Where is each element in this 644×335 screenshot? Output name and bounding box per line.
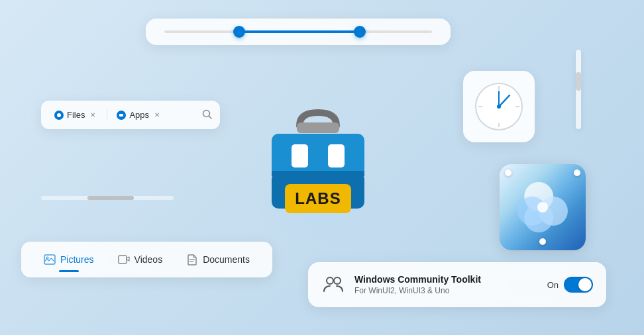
nav-tab-documents[interactable]: Documents: [174, 248, 262, 271]
svg-rect-8: [272, 134, 364, 177]
tabs-widget: Files ✕ Apps ✕: [41, 101, 220, 129]
videos-icon: [118, 254, 130, 265]
nav-tab-pictures-label: Pictures: [60, 254, 94, 265]
tab-apps-label: Apps: [129, 110, 149, 120]
corner-dot-b: [539, 238, 546, 245]
toolkit-title: Windows Community Toolkit: [354, 274, 538, 285]
slider-widget: [146, 19, 451, 45]
apps-dot-icon: [117, 111, 126, 120]
pictures-icon: [44, 254, 56, 265]
nav-tab-videos[interactable]: Videos: [106, 248, 175, 271]
documents-icon: [186, 254, 198, 265]
tab-files-close[interactable]: ✕: [88, 111, 97, 120]
svg-line-1: [209, 116, 212, 119]
svg-point-22: [497, 105, 501, 109]
vertical-slider-thumb: [576, 72, 581, 91]
tab-divider: [107, 110, 107, 120]
toolkit-subtitle: For WinUI2, WinUI3 & Uno: [354, 286, 538, 295]
svg-point-28: [327, 277, 333, 284]
nav-tab-videos-label: Videos: [134, 254, 163, 265]
corner-dot-tr: [574, 169, 580, 176]
svg-rect-4: [119, 256, 127, 263]
toolbox-icon: LABS: [252, 86, 384, 225]
toolkit-toggle-wrap: On: [547, 277, 593, 293]
center-logo: LABS: [245, 79, 391, 232]
toggle-on-label: On: [547, 280, 559, 290]
vertical-slider[interactable]: [576, 50, 581, 129]
slider-fill: [239, 30, 360, 33]
windows-bloom-icon: [513, 177, 572, 237]
nav-tab-pictures[interactable]: Pictures: [32, 248, 106, 271]
tab-files[interactable]: Files ✕: [49, 107, 103, 122]
svg-text:LABS: LABS: [295, 189, 341, 207]
toolkit-people-icon: [321, 273, 345, 297]
toolkit-icon-wrap: [321, 273, 345, 297]
toolkit-widget: Windows Community Toolkit For WinUI2, Wi…: [308, 262, 606, 307]
svg-point-27: [537, 202, 548, 213]
windows-logo-widget: [500, 164, 586, 250]
clock-widget: [463, 71, 535, 142]
clock-face-icon: [473, 81, 525, 132]
scroll-widget[interactable]: [41, 196, 174, 200]
slider-track[interactable]: [164, 30, 432, 33]
svg-rect-10: [272, 171, 364, 176]
svg-point-29: [334, 277, 341, 284]
search-icon[interactable]: [202, 109, 212, 121]
toggle-switch[interactable]: [564, 277, 593, 293]
svg-rect-7: [297, 122, 339, 133]
scroll-thumb: [87, 196, 134, 200]
svg-rect-11: [292, 144, 308, 168]
windows-bg: [500, 164, 586, 250]
corner-dot-tl: [505, 169, 511, 176]
svg-rect-12: [328, 144, 345, 168]
nav-tab-documents-label: Documents: [203, 254, 250, 265]
slider-thumb-left[interactable]: [233, 26, 245, 38]
files-dot-icon: [54, 111, 64, 120]
tab-apps[interactable]: Apps ✕: [111, 107, 167, 122]
slider-thumb-right[interactable]: [354, 26, 366, 38]
nav-tabs-widget: Pictures Videos Documents: [21, 242, 272, 277]
tab-apps-close[interactable]: ✕: [152, 111, 162, 120]
tab-files-label: Files: [67, 110, 85, 120]
toggle-knob: [578, 278, 592, 291]
svg-point-3: [46, 257, 48, 259]
toolkit-text: Windows Community Toolkit For WinUI2, Wi…: [354, 274, 538, 295]
